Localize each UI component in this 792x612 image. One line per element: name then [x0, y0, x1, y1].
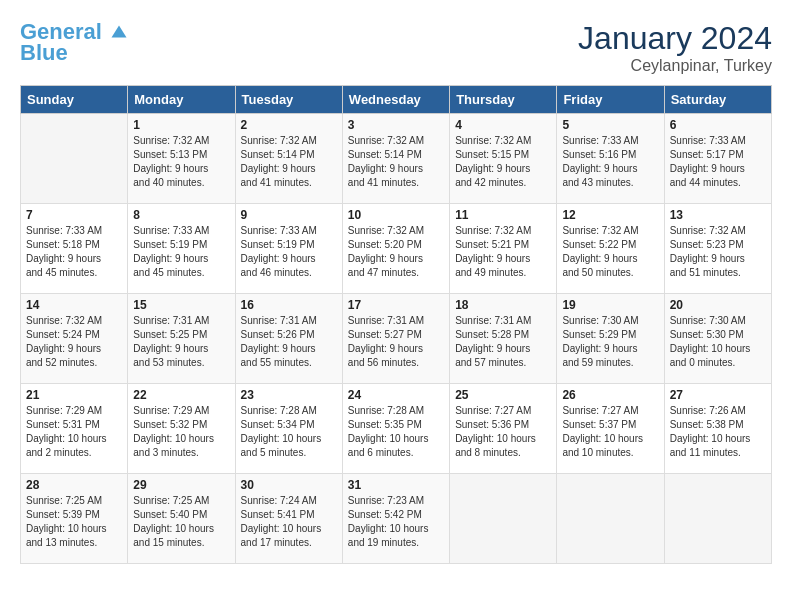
day-info: Sunrise: 7:30 AM Sunset: 5:30 PM Dayligh… [670, 314, 766, 370]
day-info: Sunrise: 7:31 AM Sunset: 5:27 PM Dayligh… [348, 314, 444, 370]
day-info: Sunrise: 7:27 AM Sunset: 5:36 PM Dayligh… [455, 404, 551, 460]
location: Ceylanpinar, Turkey [578, 57, 772, 75]
table-row: 22Sunrise: 7:29 AM Sunset: 5:32 PM Dayli… [128, 384, 235, 474]
table-row: 25Sunrise: 7:27 AM Sunset: 5:36 PM Dayli… [450, 384, 557, 474]
day-info: Sunrise: 7:32 AM Sunset: 5:20 PM Dayligh… [348, 224, 444, 280]
calendar-week-row: 21Sunrise: 7:29 AM Sunset: 5:31 PM Dayli… [21, 384, 772, 474]
month-year: January 2024 [578, 20, 772, 57]
table-row: 17Sunrise: 7:31 AM Sunset: 5:27 PM Dayli… [342, 294, 449, 384]
table-row: 19Sunrise: 7:30 AM Sunset: 5:29 PM Dayli… [557, 294, 664, 384]
col-saturday: Saturday [664, 86, 771, 114]
day-info: Sunrise: 7:32 AM Sunset: 5:22 PM Dayligh… [562, 224, 658, 280]
day-info: Sunrise: 7:33 AM Sunset: 5:19 PM Dayligh… [241, 224, 337, 280]
day-number: 3 [348, 118, 444, 132]
table-row: 20Sunrise: 7:30 AM Sunset: 5:30 PM Dayli… [664, 294, 771, 384]
day-info: Sunrise: 7:33 AM Sunset: 5:18 PM Dayligh… [26, 224, 122, 280]
table-row: 26Sunrise: 7:27 AM Sunset: 5:37 PM Dayli… [557, 384, 664, 474]
table-row [664, 474, 771, 564]
day-info: Sunrise: 7:30 AM Sunset: 5:29 PM Dayligh… [562, 314, 658, 370]
calendar-table: Sunday Monday Tuesday Wednesday Thursday… [20, 85, 772, 564]
day-info: Sunrise: 7:27 AM Sunset: 5:37 PM Dayligh… [562, 404, 658, 460]
day-info: Sunrise: 7:23 AM Sunset: 5:42 PM Dayligh… [348, 494, 444, 550]
table-row [450, 474, 557, 564]
day-number: 30 [241, 478, 337, 492]
calendar-week-row: 7Sunrise: 7:33 AM Sunset: 5:18 PM Daylig… [21, 204, 772, 294]
day-info: Sunrise: 7:25 AM Sunset: 5:40 PM Dayligh… [133, 494, 229, 550]
table-row: 23Sunrise: 7:28 AM Sunset: 5:34 PM Dayli… [235, 384, 342, 474]
day-number: 17 [348, 298, 444, 312]
day-number: 27 [670, 388, 766, 402]
table-row: 6Sunrise: 7:33 AM Sunset: 5:17 PM Daylig… [664, 114, 771, 204]
day-info: Sunrise: 7:32 AM Sunset: 5:13 PM Dayligh… [133, 134, 229, 190]
table-row: 18Sunrise: 7:31 AM Sunset: 5:28 PM Dayli… [450, 294, 557, 384]
table-row [557, 474, 664, 564]
logo-blue: Blue [20, 40, 68, 66]
day-number: 26 [562, 388, 658, 402]
svg-marker-0 [112, 26, 127, 38]
table-row: 24Sunrise: 7:28 AM Sunset: 5:35 PM Dayli… [342, 384, 449, 474]
calendar-week-row: 28Sunrise: 7:25 AM Sunset: 5:39 PM Dayli… [21, 474, 772, 564]
day-info: Sunrise: 7:32 AM Sunset: 5:21 PM Dayligh… [455, 224, 551, 280]
calendar-week-row: 1Sunrise: 7:32 AM Sunset: 5:13 PM Daylig… [21, 114, 772, 204]
logo-icon [110, 24, 128, 42]
day-info: Sunrise: 7:33 AM Sunset: 5:19 PM Dayligh… [133, 224, 229, 280]
table-row: 16Sunrise: 7:31 AM Sunset: 5:26 PM Dayli… [235, 294, 342, 384]
day-number: 4 [455, 118, 551, 132]
col-sunday: Sunday [21, 86, 128, 114]
table-row: 9Sunrise: 7:33 AM Sunset: 5:19 PM Daylig… [235, 204, 342, 294]
col-monday: Monday [128, 86, 235, 114]
day-number: 20 [670, 298, 766, 312]
table-row: 11Sunrise: 7:32 AM Sunset: 5:21 PM Dayli… [450, 204, 557, 294]
day-number: 23 [241, 388, 337, 402]
day-number: 21 [26, 388, 122, 402]
title-block: January 2024 Ceylanpinar, Turkey [578, 20, 772, 75]
day-info: Sunrise: 7:25 AM Sunset: 5:39 PM Dayligh… [26, 494, 122, 550]
table-row: 1Sunrise: 7:32 AM Sunset: 5:13 PM Daylig… [128, 114, 235, 204]
table-row [21, 114, 128, 204]
day-info: Sunrise: 7:29 AM Sunset: 5:31 PM Dayligh… [26, 404, 122, 460]
day-info: Sunrise: 7:32 AM Sunset: 5:14 PM Dayligh… [348, 134, 444, 190]
day-number: 7 [26, 208, 122, 222]
day-number: 11 [455, 208, 551, 222]
table-row: 29Sunrise: 7:25 AM Sunset: 5:40 PM Dayli… [128, 474, 235, 564]
day-number: 5 [562, 118, 658, 132]
day-info: Sunrise: 7:28 AM Sunset: 5:35 PM Dayligh… [348, 404, 444, 460]
col-tuesday: Tuesday [235, 86, 342, 114]
day-info: Sunrise: 7:31 AM Sunset: 5:26 PM Dayligh… [241, 314, 337, 370]
day-number: 29 [133, 478, 229, 492]
day-number: 6 [670, 118, 766, 132]
table-row: 2Sunrise: 7:32 AM Sunset: 5:14 PM Daylig… [235, 114, 342, 204]
table-row: 10Sunrise: 7:32 AM Sunset: 5:20 PM Dayli… [342, 204, 449, 294]
day-info: Sunrise: 7:29 AM Sunset: 5:32 PM Dayligh… [133, 404, 229, 460]
day-info: Sunrise: 7:26 AM Sunset: 5:38 PM Dayligh… [670, 404, 766, 460]
page-header: General Blue January 2024 Ceylanpinar, T… [20, 20, 772, 75]
table-row: 5Sunrise: 7:33 AM Sunset: 5:16 PM Daylig… [557, 114, 664, 204]
day-info: Sunrise: 7:24 AM Sunset: 5:41 PM Dayligh… [241, 494, 337, 550]
day-number: 13 [670, 208, 766, 222]
day-number: 8 [133, 208, 229, 222]
day-number: 25 [455, 388, 551, 402]
day-info: Sunrise: 7:32 AM Sunset: 5:14 PM Dayligh… [241, 134, 337, 190]
table-row: 27Sunrise: 7:26 AM Sunset: 5:38 PM Dayli… [664, 384, 771, 474]
day-number: 22 [133, 388, 229, 402]
day-info: Sunrise: 7:32 AM Sunset: 5:24 PM Dayligh… [26, 314, 122, 370]
day-number: 10 [348, 208, 444, 222]
col-friday: Friday [557, 86, 664, 114]
day-info: Sunrise: 7:33 AM Sunset: 5:16 PM Dayligh… [562, 134, 658, 190]
table-row: 28Sunrise: 7:25 AM Sunset: 5:39 PM Dayli… [21, 474, 128, 564]
table-row: 15Sunrise: 7:31 AM Sunset: 5:25 PM Dayli… [128, 294, 235, 384]
table-row: 8Sunrise: 7:33 AM Sunset: 5:19 PM Daylig… [128, 204, 235, 294]
day-number: 18 [455, 298, 551, 312]
day-number: 12 [562, 208, 658, 222]
day-number: 31 [348, 478, 444, 492]
calendar-week-row: 14Sunrise: 7:32 AM Sunset: 5:24 PM Dayli… [21, 294, 772, 384]
table-row: 31Sunrise: 7:23 AM Sunset: 5:42 PM Dayli… [342, 474, 449, 564]
day-number: 9 [241, 208, 337, 222]
calendar-header-row: Sunday Monday Tuesday Wednesday Thursday… [21, 86, 772, 114]
day-number: 28 [26, 478, 122, 492]
day-number: 19 [562, 298, 658, 312]
table-row: 14Sunrise: 7:32 AM Sunset: 5:24 PM Dayli… [21, 294, 128, 384]
day-number: 24 [348, 388, 444, 402]
logo: General Blue [20, 20, 128, 66]
table-row: 3Sunrise: 7:32 AM Sunset: 5:14 PM Daylig… [342, 114, 449, 204]
